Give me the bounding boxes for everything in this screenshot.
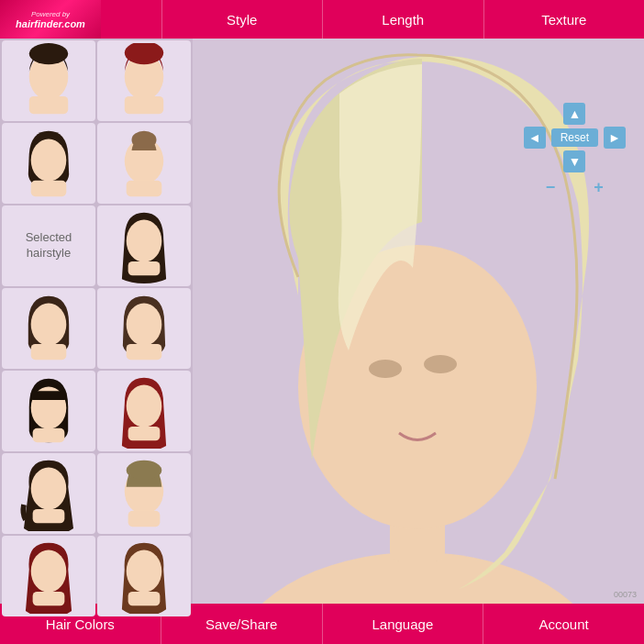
svg-point-16 [31,304,67,346]
svg-rect-17 [31,344,67,360]
hairstyle-selected-placeholder[interactable]: Selected hairstyle [2,205,95,286]
hairstyle-item-14[interactable] [97,536,191,616]
top-navigation: Powered by hairfinder.com Model Style Le… [0,0,644,39]
svg-rect-33 [128,511,161,527]
move-right-button[interactable]: ► [604,127,626,149]
svg-rect-30 [33,509,65,523]
hairstyle-item-1[interactable] [2,40,95,121]
svg-point-45 [424,355,457,373]
main-content: Selected hairstyle [0,39,644,604]
svg-rect-39 [128,592,161,605]
svg-rect-24 [33,428,65,442]
tab-texture[interactable]: Texture [483,0,645,39]
bottom-nav-account[interactable]: Account [483,604,644,644]
svg-rect-23 [31,391,67,400]
svg-point-7 [31,139,67,181]
svg-point-38 [127,550,162,593]
hairstyle-item-2[interactable] [97,40,191,121]
zoom-out-button[interactable]: − [546,178,556,197]
bottom-nav-language[interactable]: Language [323,604,484,644]
svg-point-26 [127,385,162,427]
reset-button[interactable]: Reset [551,128,598,147]
svg-point-29 [31,468,67,510]
hairstyle-item-11[interactable] [2,453,95,534]
hairstyle-item-4[interactable] [97,123,191,204]
hairstyle-item-8[interactable] [97,288,191,369]
svg-rect-2 [29,96,68,114]
svg-point-19 [127,304,162,346]
svg-rect-8 [31,181,67,196]
move-left-button[interactable]: ◄ [524,127,546,149]
logo-powered-by: Powered by [31,10,70,18]
hairstyle-item-6[interactable] [97,205,191,286]
svg-rect-20 [127,344,162,360]
tab-style[interactable]: Style [161,0,323,39]
svg-rect-36 [33,592,65,605]
svg-rect-11 [127,181,162,196]
navigation-controls: ▲ ◄ Reset ► ▼ − + [524,103,626,197]
svg-rect-27 [128,427,161,440]
version-text: 00073 [614,590,637,599]
selected-hairstyle-label: Selected hairstyle [2,230,95,261]
hairstyle-item-7[interactable] [2,288,95,369]
logo-area: Powered by hairfinder.com [0,0,101,39]
svg-point-44 [369,360,402,378]
zoom-in-button[interactable]: + [594,178,604,197]
tab-length[interactable]: Length [322,0,483,39]
move-up-button[interactable]: ▲ [563,103,585,125]
svg-point-35 [31,550,67,593]
hairstyle-sidebar: Selected hairstyle [0,39,193,604]
hairstyle-item-13[interactable] [2,536,95,616]
hairstyle-item-12[interactable] [97,453,191,534]
svg-point-1 [29,43,68,64]
hairstyle-item-9[interactable] [2,371,95,451]
move-down-button[interactable]: ▼ [563,150,585,172]
svg-point-32 [127,461,162,480]
hairstyle-item-10[interactable] [97,371,191,451]
logo-brand-name: hairfinder.com [16,18,85,29]
svg-point-13 [127,220,162,262]
preview-area: ▲ ◄ Reset ► ▼ − + 00073 [193,39,644,604]
svg-rect-5 [125,96,163,114]
hairstyle-item-3[interactable] [2,123,95,204]
svg-rect-14 [128,261,161,275]
